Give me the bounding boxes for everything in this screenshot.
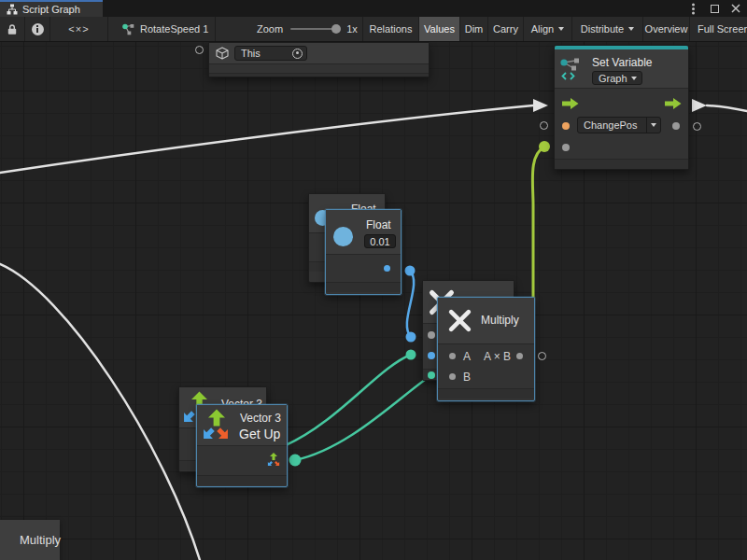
graph-node-icon [121, 22, 134, 35]
chevron-down-icon [558, 27, 564, 31]
maximize-icon[interactable] [709, 3, 720, 14]
tab-title: Script Graph [22, 4, 80, 15]
zoom-slider-handle[interactable] [331, 24, 341, 34]
zoom-value: 1x [346, 23, 358, 35]
arrow-downleft-icon [202, 427, 215, 441]
vector3-mini-icon [265, 452, 282, 469]
this-node[interactable]: This [208, 42, 430, 77]
wire-lime-multiply-to-setvariable [532, 147, 544, 298]
zoom-control: Zoom 1x [216, 17, 362, 41]
lock-button[interactable] [0, 17, 25, 41]
dim-button[interactable]: Dim [459, 17, 487, 41]
window-titlebar: Script Graph [0, 0, 747, 17]
set-variable-icon [559, 57, 584, 81]
port-result[interactable] [516, 353, 523, 359]
graph-toolbar: <×> RotateSpeed 1 Zoom 1x Relations Valu… [0, 17, 747, 42]
node-title: Float [366, 218, 391, 231]
dropdown-caret-cell[interactable] [646, 118, 660, 133]
wire-control-out-of-setvariable [707, 105, 747, 111]
zoom-label: Zoom [257, 23, 283, 35]
node-operation: Get Up [239, 427, 280, 441]
distribute-button[interactable]: Distribute [571, 17, 642, 41]
port-float-output[interactable] [384, 265, 390, 272]
variable-name-dropdown[interactable]: ChangePos [577, 117, 661, 133]
overview-button[interactable]: Overview [642, 17, 689, 41]
zoom-slider[interactable] [290, 28, 339, 30]
port-ring-multiply-output[interactable] [538, 352, 546, 360]
port-a-label: A [463, 350, 471, 363]
port-variable-name[interactable] [562, 122, 570, 130]
wire-end-teal-2 [289, 455, 302, 467]
fullscreen-button[interactable]: Full Screen [689, 17, 747, 41]
this-object-field[interactable]: This [234, 46, 307, 61]
float-icon [333, 227, 353, 246]
port-a[interactable] [449, 353, 456, 359]
multiply-x-icon [447, 308, 472, 333]
close-icon[interactable] [730, 3, 741, 14]
port-out-label: A × B [484, 350, 511, 363]
port-ring-setvariable-right[interactable] [693, 122, 701, 131]
set-variable-node[interactable]: Set Variable Graph ChangePos [554, 45, 689, 170]
wire-teal-vector3-to-multiply-1 [286, 355, 411, 445]
code-view-button[interactable]: <×> [50, 17, 108, 41]
variable-scope-dropdown[interactable]: Graph [592, 71, 642, 85]
chevron-down-icon [651, 123, 656, 127]
port-input-value[interactable] [562, 144, 570, 151]
chevron-down-icon [631, 77, 637, 80]
node-title: Set Variable [592, 56, 652, 69]
lock-icon [7, 23, 18, 35]
graph-name: RotateSpeed 1 [140, 23, 208, 35]
align-button[interactable]: Align [523, 17, 571, 41]
node-title: Vector 3 [240, 412, 281, 425]
chevron-down-icon [628, 27, 634, 31]
wire-end-teal-1 [406, 350, 416, 360]
wire-end-lime [539, 141, 550, 152]
arrow-downright-icon [217, 427, 230, 441]
script-graph-icon [7, 4, 18, 15]
vector3-getup-node[interactable]: Vector 3 Get Up [196, 404, 288, 487]
cube-icon [216, 47, 229, 60]
port-back-b-blue[interactable] [428, 352, 435, 359]
float-value-field[interactable]: 0.01 [364, 234, 396, 248]
arrowhead-output [692, 99, 707, 112]
multiply-tooltip: Multiply [0, 520, 60, 560]
port-ring-setvariable-left[interactable] [540, 121, 548, 130]
wire-end-blue-bottom [406, 332, 416, 343]
more-menu-icon[interactable] [687, 3, 698, 14]
port-output-value[interactable] [672, 122, 680, 130]
float-node[interactable]: Float 0.01 [325, 209, 402, 295]
node-title: Multiply [481, 314, 519, 327]
info-button[interactable] [25, 17, 50, 41]
info-icon [32, 23, 44, 35]
wire-control-into-setvariable [0, 105, 533, 173]
port-ring-this[interactable] [195, 46, 204, 54]
control-input-arrow[interactable] [562, 98, 579, 109]
arrow-downleft-icon [182, 411, 195, 424]
object-picker-icon[interactable] [292, 49, 303, 59]
port-b-label: B [463, 371, 471, 384]
multiply-node[interactable]: Multiply A A × B B [437, 297, 535, 401]
code-icon: <×> [68, 23, 89, 35]
arrow-up-icon [208, 409, 225, 427]
unity-script-graph-window: Script Graph <×> [0, 0, 747, 560]
wire-blue-float-to-multiply [407, 271, 414, 337]
tab-script-graph[interactable]: Script Graph [0, 0, 103, 17]
port-back-a[interactable] [428, 331, 435, 339]
relations-button[interactable]: Relations [362, 17, 418, 41]
wire-white-diagonal [0, 264, 200, 560]
carry-button[interactable]: Carry [487, 17, 523, 41]
graph-breadcrumb[interactable]: RotateSpeed 1 [108, 17, 216, 41]
graph-canvas[interactable]: This Set Variable Graph [0, 42, 747, 560]
window-controls [687, 0, 741, 17]
port-b[interactable] [449, 373, 456, 380]
values-button[interactable]: Values [418, 17, 459, 41]
port-back-c-teal[interactable] [428, 371, 435, 379]
control-output-arrow[interactable] [665, 98, 682, 109]
arrowhead-input [533, 99, 548, 112]
wire-end-blue-top [405, 266, 416, 276]
